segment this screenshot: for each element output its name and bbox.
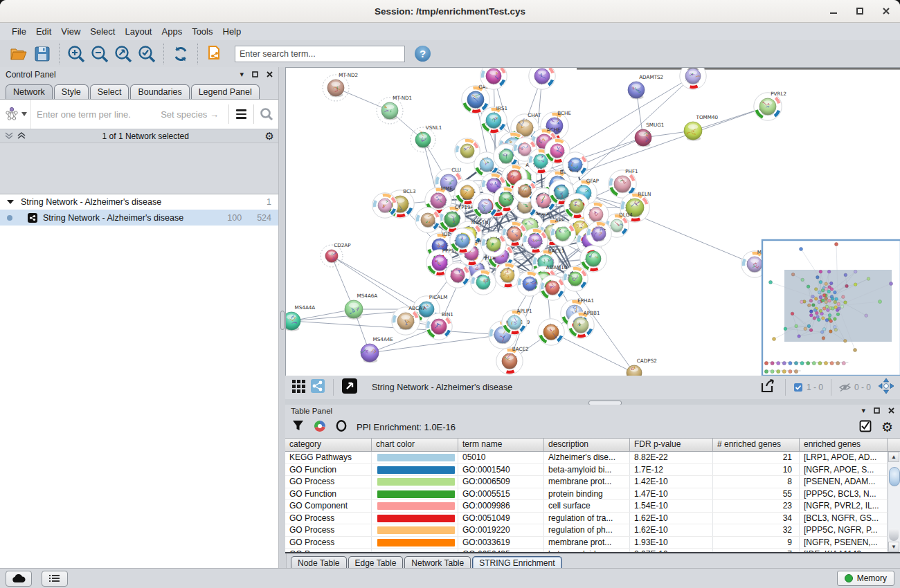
open-file-icon[interactable] [7,43,30,65]
tab-style[interactable]: Style [54,84,89,99]
tab-legend-panel[interactable]: Legend Panel [191,84,260,99]
birdseye-toggle-icon[interactable] [310,378,325,396]
protein-node[interactable]: PVRL2 [754,91,786,120]
protein-node[interactable]: MT-ND1 [377,95,412,124]
column-header[interactable]: chart color [372,439,458,451]
protein-node[interactable] [563,266,588,291]
protein-node[interactable]: MS4A6A [345,293,377,320]
zoom-selected-icon[interactable] [135,43,159,65]
protein-node[interactable]: TOMM40 [684,114,719,141]
protein-node[interactable] [563,152,588,177]
string-search-icon[interactable] [254,100,278,129]
protein-node[interactable] [540,275,565,300]
grid-view-icon[interactable] [291,378,306,396]
menu-apps[interactable]: Apps [157,25,188,38]
cloud-tasks-button[interactable] [6,571,32,587]
pan-navigator-icon[interactable] [878,378,894,397]
protein-node[interactable] [680,68,706,89]
table-row[interactable]: GO FunctionGO:0001540beta-amyloid bi...1… [285,464,900,477]
protein-node[interactable] [528,149,553,174]
column-header[interactable]: category [285,439,372,451]
column-header[interactable]: enriched genes [800,439,888,451]
protein-node[interactable]: MS4A4A [286,304,315,331]
panel-float-icon[interactable] [874,407,880,415]
menu-select[interactable]: Select [85,25,120,38]
search-input[interactable] [235,46,405,62]
protein-node[interactable] [450,228,475,253]
menu-layout[interactable]: Layout [120,25,156,38]
scroll-thumb[interactable] [889,467,900,486]
refresh-icon[interactable] [169,43,192,65]
panel-menu-icon[interactable]: ▾ [861,406,865,415]
save-session-icon[interactable] [30,43,54,65]
tab-select[interactable]: Select [90,84,129,99]
menu-file[interactable]: File [7,25,31,38]
protein-node[interactable] [372,193,397,218]
minimize-button[interactable] [829,7,838,15]
menu-edit[interactable]: Edit [31,25,56,38]
string-logo-icon[interactable] [0,100,31,129]
protein-node[interactable]: BACE2 [496,346,529,374]
table-settings-gear-icon[interactable]: ⚙ [881,419,893,435]
zoom-in-icon[interactable] [64,43,88,65]
protein-node[interactable] [445,263,470,288]
table-row[interactable]: GO ComponentGO:0009986cell surface1.54E-… [285,500,900,513]
birdseye-view[interactable] [762,240,900,376]
export-view-icon[interactable] [759,378,777,397]
string-options-icon[interactable] [229,100,253,129]
table-scrollbar[interactable]: ▲ ▼ [888,452,900,552]
protein-node[interactable] [550,221,575,246]
maximize-button[interactable] [856,7,864,15]
panel-splitter-horizontal[interactable] [285,399,900,405]
protein-node[interactable]: CADPS2 [627,358,657,376]
collapse-all-icon[interactable] [4,130,14,143]
network-collection-row[interactable]: String Network - Alzheimer's disease 1 [0,194,278,210]
chart-settings-icon[interactable] [314,420,326,435]
protein-node[interactable]: CD2AP [321,242,351,267]
species-hint[interactable]: Set species → [161,109,219,120]
protein-node[interactable] [523,228,548,253]
table-row[interactable]: GO ProcessGO:0051049regulation of tra...… [285,513,900,525]
column-header[interactable]: term name [458,439,544,451]
tab-boundaries[interactable]: Boundaries [130,84,189,99]
expand-all-icon[interactable] [17,130,26,143]
panel-close-icon[interactable] [888,407,894,415]
splitter-grip[interactable] [280,311,285,330]
task-history-button[interactable] [42,571,68,587]
close-button[interactable] [882,7,890,15]
help-icon[interactable]: ? [415,46,431,62]
table-row[interactable]: GO ProcessGO:0006509membrane prot...1.42… [285,476,900,488]
panel-float-icon[interactable] [252,71,258,79]
protein-node[interactable] [471,270,496,295]
panel-close-icon[interactable] [267,71,273,79]
panel-menu-icon[interactable]: ▾ [240,70,244,79]
zoom-fit-icon[interactable] [111,43,135,65]
table-row[interactable]: GO ProcessGO:0019220regulation of ph...1… [285,524,900,537]
column-header[interactable]: FDR p-value [630,439,713,451]
protein-node[interactable] [529,68,555,89]
table-row[interactable]: GO ProcessGO:0033619membrane prot...1.93… [285,537,900,549]
zoom-out-icon[interactable] [88,43,111,65]
protein-node[interactable]: MT-ND2 [323,72,358,101]
table-row[interactable]: GO ProcessGO:0050435beta-amyloid m...2.0… [285,549,900,553]
tab-network[interactable]: Network [6,84,53,99]
menu-help[interactable]: Help [218,25,246,38]
protein-node[interactable] [415,208,440,232]
network-row-selected[interactable]: String Network - Alzheimer's disease 100… [0,210,278,226]
open-in-browser-icon[interactable] [341,378,358,397]
clear-chart-icon[interactable] [336,420,347,434]
protein-node[interactable]: VSNL1 [411,125,442,152]
protein-node[interactable] [495,263,520,288]
table-row[interactable]: GO FunctionGO:0005515protein binding1.47… [285,488,900,501]
protein-node[interactable] [580,246,606,272]
menu-tools[interactable]: Tools [187,25,217,38]
scroll-up-icon[interactable]: ▲ [888,452,899,462]
protein-node[interactable] [586,221,611,246]
protein-node[interactable]: ADAMTS2 [628,74,663,100]
memory-button[interactable]: Memory [837,571,894,586]
select-rows-icon[interactable] [859,420,872,435]
scroll-down-icon[interactable]: ▼ [888,542,899,552]
export-network-icon[interactable] [203,43,226,65]
table-row[interactable]: KEGG Pathways05010Alzheimer's dise...8.8… [285,452,900,464]
string-query-placeholder[interactable]: Enter one term per line. [37,109,131,120]
